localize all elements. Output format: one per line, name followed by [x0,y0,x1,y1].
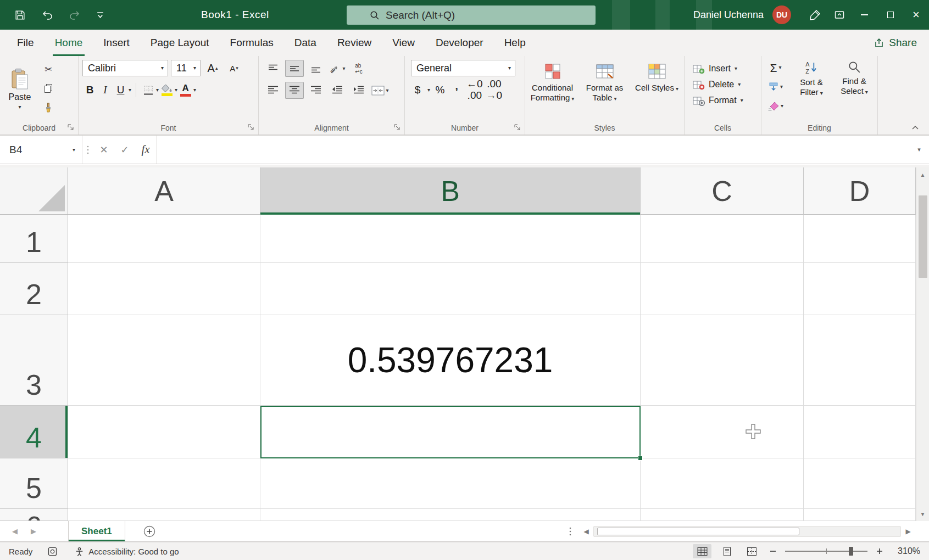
cell-styles-button[interactable]: Cell Styles▾ [631,61,682,135]
zoom-in-button[interactable] [874,545,886,557]
cell-D1[interactable] [804,215,916,263]
horizontal-scrollbar[interactable]: ◀ ▶ [579,526,915,537]
cell-D2[interactable] [804,263,916,315]
horizontal-scroll-track[interactable] [593,526,901,537]
underline-chevron-icon[interactable]: ▾ [129,87,131,93]
cell-C6[interactable] [641,509,804,521]
tab-page-layout[interactable]: Page Layout [140,30,220,56]
minimize-button[interactable] [852,0,877,30]
vertical-scrollbar[interactable]: ▲ ▼ [916,167,929,521]
undo-icon[interactable] [41,10,53,20]
row-header-3[interactable]: 3 [0,315,68,406]
cell-D3[interactable] [804,315,916,406]
cell-C5[interactable] [641,458,804,509]
share-button[interactable]: Share [874,30,917,56]
cell-B3[interactable]: 0.539767231 [260,315,641,406]
font-color-chevron-icon[interactable]: ▾ [193,87,196,93]
borders-chevron-icon[interactable]: ▾ [156,87,159,93]
save-icon[interactable] [14,9,26,21]
orientation-button[interactable]: ab ▾ [328,60,347,77]
cell-A4[interactable] [68,406,260,458]
align-center-button[interactable] [285,82,304,99]
user-avatar[interactable]: DU [772,5,791,24]
format-cells-button[interactable]: Format ▾ [693,95,761,106]
clear-button[interactable]: ▾ [768,99,783,113]
percent-style-button[interactable]: % [433,81,447,98]
font-family-select[interactable]: Calibri ▾ [82,60,168,76]
row-header-2[interactable]: 2 [0,263,68,315]
zoom-out-button[interactable] [767,545,779,557]
cell-B2[interactable] [260,263,641,315]
align-right-button[interactable] [307,82,325,99]
page-break-view-button[interactable] [742,544,761,558]
insert-cells-button[interactable]: Insert ▾ [693,63,761,74]
normal-view-button[interactable] [693,544,711,558]
bottom-align-button[interactable] [307,60,325,77]
font-dialog-launcher-icon[interactable] [247,124,255,131]
accounting-format-button[interactable]: $ [411,81,424,98]
search-box[interactable]: Search (Alt+Q) [347,5,596,25]
row-header-6[interactable]: 6 [0,509,68,521]
maximize-button[interactable] [877,0,903,30]
customize-quick-access-icon[interactable] [96,12,104,19]
top-align-button[interactable] [264,60,282,77]
format-painter-icon[interactable] [40,101,57,114]
column-header-d[interactable]: D [804,167,916,215]
cell-D6[interactable] [804,509,916,521]
collapse-ribbon-icon[interactable] [911,125,919,130]
row-header-5[interactable]: 5 [0,458,68,509]
bold-button[interactable]: B [82,81,97,98]
borders-button[interactable] [141,81,155,98]
font-size-select[interactable]: 11 ▾ [171,60,201,76]
cell-C2[interactable] [641,263,804,315]
tab-file[interactable]: File [7,30,44,56]
increase-indent-button[interactable] [349,82,368,99]
alignment-dialog-launcher-icon[interactable] [393,124,401,131]
font-color-button[interactable]: A [178,81,193,98]
copy-icon[interactable] [40,82,57,95]
align-left-button[interactable] [264,82,282,99]
accounting-chevron-icon[interactable]: ▾ [427,87,430,93]
tab-view[interactable]: View [382,30,425,56]
cell-A1[interactable] [68,215,260,263]
sheet-tab-sheet1[interactable]: Sheet1 [68,521,125,541]
accessibility-status[interactable]: Accessibility: Good to go [75,547,179,556]
ink-pen-icon[interactable] [803,0,827,30]
formula-input[interactable] [156,136,909,164]
tab-help[interactable]: Help [494,30,536,56]
hscroll-left-icon[interactable]: ◀ [579,528,593,535]
tab-formulas[interactable]: Formulas [220,30,284,56]
decrease-indent-button[interactable] [328,82,347,99]
column-header-c[interactable]: C [641,167,804,215]
vertical-scroll-thumb[interactable] [919,195,927,278]
insert-function-icon[interactable]: fx [135,136,156,164]
fill-color-button[interactable] [159,81,174,98]
decrease-font-size-button[interactable]: A▾ [225,60,243,76]
number-format-select[interactable]: General ▾ [411,60,515,76]
zoom-slider[interactable] [785,546,867,556]
cell-C3[interactable] [641,315,804,406]
select-all-button[interactable] [0,167,68,215]
fill-color-chevron-icon[interactable]: ▾ [175,87,177,93]
cell-A3[interactable] [68,315,260,406]
scroll-down-icon[interactable]: ▼ [916,507,929,521]
hscroll-right-icon[interactable]: ▶ [901,528,915,535]
middle-align-button[interactable] [285,60,304,77]
tab-developer[interactable]: Developer [425,30,494,56]
cut-icon[interactable]: ✂ [40,63,57,76]
cell-B1[interactable] [260,215,641,263]
zoom-slider-thumb[interactable] [849,547,853,556]
sheet-nav-left-icon[interactable]: ◀ [5,527,24,535]
cell-D5[interactable] [804,458,916,509]
number-dialog-launcher-icon[interactable] [514,124,521,131]
delete-cells-button[interactable]: Delete ▾ [693,79,761,90]
ribbon-display-options-icon[interactable] [827,0,852,30]
conditional-formatting-button[interactable]: Conditional Formatting▾ [527,61,578,135]
user-name[interactable]: Daniel Uchenna [693,9,764,21]
cell-B5[interactable] [260,458,641,509]
cell-A2[interactable] [68,263,260,315]
paste-button[interactable]: Paste ▾ [0,57,40,121]
tab-insert[interactable]: Insert [93,30,140,56]
formula-bar-splitter[interactable] [82,145,93,154]
cell-C1[interactable] [641,215,804,263]
